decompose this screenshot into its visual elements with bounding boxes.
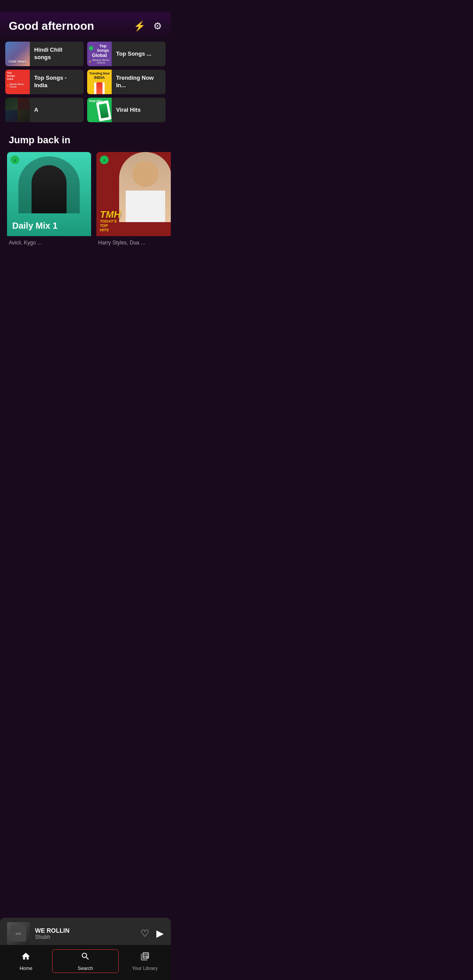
quick-card-hindi-chill[interactable]: Chill Vibes Hindi Chill songs bbox=[5, 42, 84, 66]
trending-india-image: Trending Now INDIA bbox=[87, 70, 112, 94]
settings-icon[interactable]: ⚙ bbox=[153, 21, 162, 32]
daily-mix-label-text: Daily Mix 1 bbox=[12, 221, 86, 231]
jump-back-title: Jump back in bbox=[0, 126, 171, 152]
jump-card-daily-mix[interactable]: ♪ Daily Mix 1 Avicii, Kygo ... bbox=[7, 152, 91, 246]
quick-card-top-songs-india[interactable]: Top Songs India ⬆ Weekly Music Charts To… bbox=[5, 70, 84, 94]
quick-card-a-playlist[interactable]: A bbox=[5, 98, 84, 122]
top-songs-india-image: Top Songs India ⬆ Weekly Music Charts bbox=[5, 70, 30, 94]
top-songs-global-image: ♪ Top Songs Global ⬆ Weekly Music Charts bbox=[87, 42, 112, 66]
top-hits-subtitle: Harry Styles, Dua ... bbox=[98, 240, 171, 246]
quick-card-viral-hits[interactable]: Viral Hits Viral Hits bbox=[87, 98, 166, 122]
daily-mix-subtitle: Avicii, Kygo ... bbox=[9, 240, 89, 246]
viral-hits-label: Viral Hits bbox=[112, 106, 145, 114]
top-songs-global-label: Top Songs ... bbox=[112, 50, 156, 58]
a-playlist-image bbox=[5, 98, 30, 122]
hindi-chill-label: Hindi Chill songs bbox=[30, 46, 84, 61]
quick-access-grid: Chill Vibes Hindi Chill songs ♪ Top Song… bbox=[0, 38, 171, 126]
hindi-chill-image: Chill Vibes bbox=[5, 42, 30, 66]
greeting-title: Good afternoon bbox=[9, 19, 134, 33]
quick-card-top-songs-global[interactable]: ♪ Top Songs Global ⬆ Weekly Music Charts… bbox=[87, 42, 166, 66]
spotify-dot: ♪ bbox=[89, 46, 93, 50]
jump-back-row: ♪ Daily Mix 1 Avicii, Kygo ... ♪ bbox=[0, 152, 171, 253]
header-icons: ⚡ ⚙ bbox=[134, 21, 162, 32]
viral-hits-image: Viral Hits bbox=[87, 98, 112, 122]
top-songs-india-label: Top Songs - India bbox=[30, 74, 84, 89]
status-bar bbox=[0, 0, 171, 12]
top-hits-image: ♪ TMH TODAY'STOPHITS bbox=[96, 152, 171, 236]
quick-card-trending-india[interactable]: Trending Now INDIA Trending Now In... bbox=[87, 70, 166, 94]
header: Good afternoon ⚡ ⚙ bbox=[0, 12, 171, 38]
a-playlist-label: A bbox=[30, 106, 42, 114]
jump-card-top-hits[interactable]: ♪ TMH TODAY'STOPHITS Harry Styles, Dua .… bbox=[96, 152, 171, 246]
daily-mix-image: ♪ Daily Mix 1 bbox=[7, 152, 91, 236]
trending-india-label: Trending Now In... bbox=[112, 74, 166, 89]
spotify-badge-top-hits: ♪ bbox=[100, 156, 109, 164]
lightning-icon[interactable]: ⚡ bbox=[134, 21, 145, 32]
